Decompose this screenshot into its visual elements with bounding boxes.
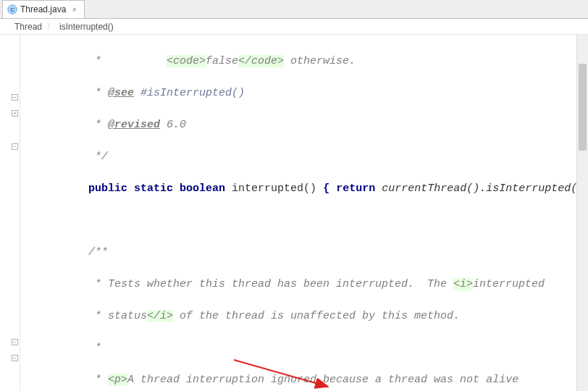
fold-toggle-icon[interactable]: − bbox=[12, 355, 18, 361]
breadcrumb: Thread 〉 isInterrupted() bbox=[0, 19, 588, 35]
gutter: − + − − − bbox=[0, 35, 20, 391]
vertical-scrollbar[interactable] bbox=[576, 35, 588, 391]
editor-tab-bar: C Thread.java × bbox=[0, 0, 588, 19]
file-tab-thread-java[interactable]: C Thread.java × bbox=[2, 0, 85, 18]
scroll-thumb[interactable] bbox=[579, 64, 587, 151]
breadcrumb-separator-icon: 〉 bbox=[46, 20, 55, 33]
fold-toggle-icon[interactable]: + bbox=[12, 110, 18, 117]
close-tab-icon[interactable]: × bbox=[72, 5, 76, 14]
breadcrumb-method[interactable]: isInterrupted() bbox=[59, 22, 114, 32]
file-tab-label: Thread.java bbox=[20, 4, 66, 14]
code-editor[interactable]: − + − − − * <code>false</code> otherwise… bbox=[0, 35, 588, 391]
svg-text:C: C bbox=[10, 7, 14, 13]
fold-toggle-icon[interactable]: − bbox=[12, 143, 18, 150]
fold-toggle-icon[interactable]: − bbox=[12, 94, 18, 101]
fold-toggle-icon[interactable]: − bbox=[12, 339, 18, 345]
java-class-icon: C bbox=[7, 4, 17, 14]
breadcrumb-class[interactable]: Thread bbox=[14, 22, 42, 32]
code-area[interactable]: * <code>false</code> otherwise. * @see #… bbox=[20, 35, 588, 391]
